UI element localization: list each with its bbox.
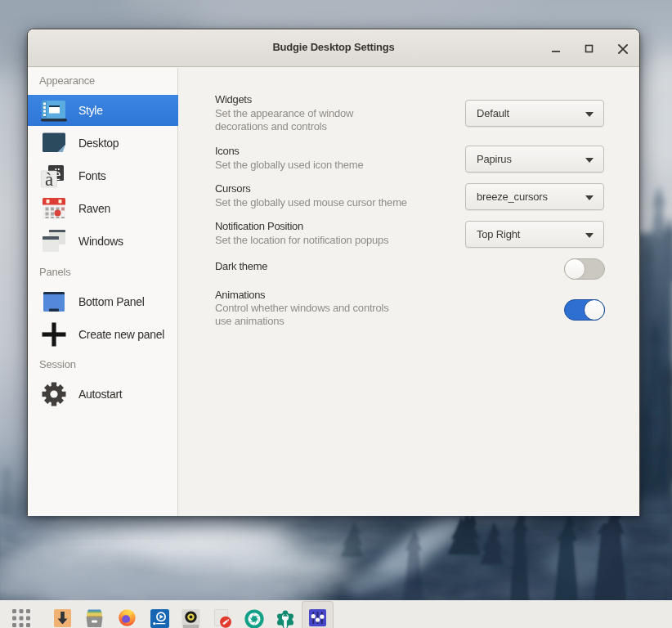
svg-text:à: à xyxy=(45,169,53,189)
